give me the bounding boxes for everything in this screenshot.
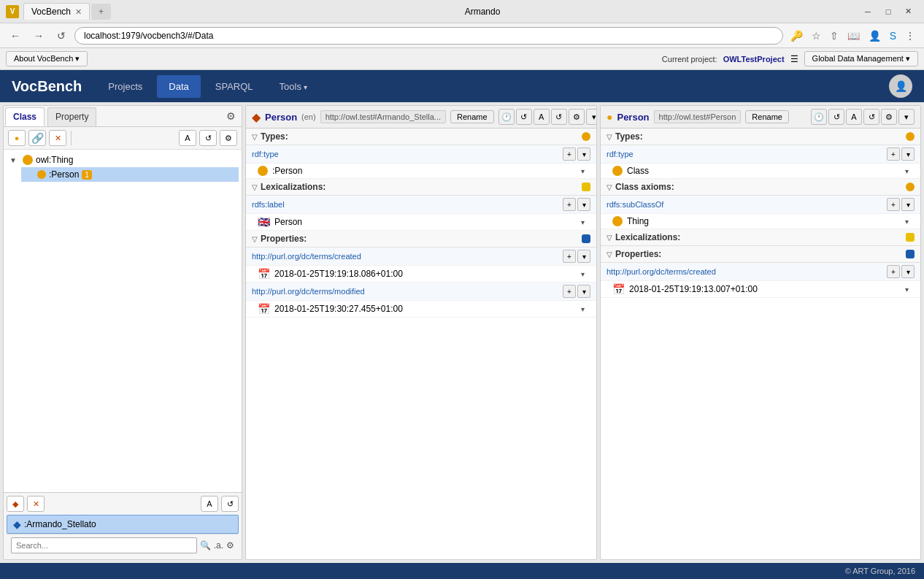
- dc-created-text-right: 2018-01-25T19:19:13.007+01:00: [629, 284, 905, 294]
- types-toggle-right: ▽: [607, 133, 612, 141]
- info-icon-middle[interactable]: ↺: [516, 109, 532, 125]
- about-vocbench-button[interactable]: About VocBench ▾: [6, 51, 88, 66]
- font-icon-right[interactable]: A: [846, 109, 862, 125]
- types-title-middle: Types:: [261, 131, 579, 142]
- search-button[interactable]: 🔍: [200, 540, 211, 551]
- history-icon-right[interactable]: 🕐: [811, 109, 827, 125]
- font-icon-middle[interactable]: A: [534, 109, 550, 125]
- nav-item-projects[interactable]: Projects: [96, 75, 154, 98]
- add-class-button[interactable]: ●: [8, 130, 26, 146]
- back-button[interactable]: ←: [6, 28, 25, 44]
- props-section-header-right[interactable]: ▽ Properties:: [601, 246, 920, 263]
- new-tab-button[interactable]: +: [91, 4, 111, 20]
- dc-created-drop-right[interactable]: ▾: [901, 265, 915, 278]
- window-close-button[interactable]: ✕: [899, 4, 918, 20]
- rename-button-middle[interactable]: Rename: [450, 110, 494, 123]
- types-section-header-middle[interactable]: ▽ Types:: [246, 129, 596, 145]
- tab-close-icon[interactable]: ✕: [75, 7, 82, 17]
- types-section-header-right[interactable]: ▽ Types:: [601, 129, 920, 145]
- classaxioms-section-header-right[interactable]: ▽ Class axioms:: [601, 179, 920, 196]
- address-input[interactable]: [74, 27, 783, 45]
- add-dc-created-btn-right[interactable]: +: [887, 265, 900, 278]
- refresh-icon-right[interactable]: ↺: [863, 109, 879, 125]
- type-class-drop-right[interactable]: ▾: [905, 167, 909, 175]
- dc-created-value-drop-middle[interactable]: ▾: [581, 270, 585, 278]
- add-subclassof-button-right[interactable]: +: [887, 198, 900, 211]
- type-dropdown-right[interactable]: ▾: [901, 147, 915, 161]
- browser-tab[interactable]: VocBench ✕: [23, 3, 90, 20]
- lex-dropdown-middle[interactable]: ▾: [577, 198, 590, 211]
- settings-btn[interactable]: ⚙: [220, 130, 237, 146]
- type-person-drop-middle[interactable]: ▾: [581, 167, 585, 175]
- type-class-icon-right: [612, 166, 623, 176]
- add-dc-created-btn-middle[interactable]: +: [563, 250, 576, 263]
- tree-item-owlthing[interactable]: ▼ owl:Thing: [7, 153, 239, 167]
- add-subclass-button[interactable]: 🔗: [28, 130, 46, 146]
- history-icon-middle[interactable]: 🕐: [498, 109, 515, 125]
- props-section-header-middle[interactable]: ▽ Properties:: [246, 231, 596, 248]
- instance-item-armando[interactable]: ◆ :Armando_Stellato: [7, 515, 239, 534]
- forward-button[interactable]: →: [29, 28, 48, 44]
- font-btn[interactable]: A: [179, 130, 196, 146]
- dc-modified-drop-middle[interactable]: ▾: [577, 285, 590, 298]
- add-dc-modified-btn-middle[interactable]: +: [563, 285, 576, 298]
- tree-item-person[interactable]: :Person 1: [21, 167, 239, 182]
- rename-button-right[interactable]: Rename: [745, 110, 789, 123]
- footer: © ART Group, 2016: [0, 563, 924, 579]
- add-type-button-middle[interactable]: +: [563, 147, 576, 161]
- add-lex-button-middle[interactable]: +: [563, 198, 576, 211]
- nav-item-sparql[interactable]: SPARQL: [204, 75, 265, 98]
- lex-section-header-middle[interactable]: ▽ Lexicalizations:: [246, 179, 596, 196]
- subclassof-dropdown-right[interactable]: ▾: [901, 198, 915, 211]
- delete-class-button[interactable]: ✕: [49, 130, 66, 146]
- info-icon-right[interactable]: ↺: [828, 109, 844, 125]
- search-input[interactable]: [11, 537, 197, 553]
- lex-person-drop-middle[interactable]: ▾: [581, 218, 585, 226]
- nav-item-data[interactable]: Data: [157, 75, 200, 98]
- panel-tabs: Class Property ⚙: [4, 106, 242, 127]
- props-body-right: http://purl.org/dc/terms/created + ▾ 📅 2…: [601, 263, 920, 298]
- panel-gear-icon[interactable]: ⚙: [220, 107, 242, 125]
- global-data-management-button[interactable]: Global Data Management ▾: [804, 51, 918, 66]
- tree-toggle-owlthing[interactable]: ▼: [9, 156, 20, 164]
- classaxioms-title-right: Class axioms:: [615, 182, 903, 192]
- rdfs-label-label-middle: rdfs:label: [252, 200, 563, 209]
- delete-instance-button[interactable]: ✕: [27, 496, 45, 512]
- thing-drop-right[interactable]: ▾: [905, 218, 909, 226]
- lex-section-header-right[interactable]: ▽ Lexicalizations:: [601, 229, 920, 246]
- props-toggle-right: ▽: [607, 250, 612, 258]
- dropdown-icon-middle[interactable]: ▾: [586, 109, 597, 125]
- instance-font-btn[interactable]: A: [201, 496, 218, 512]
- types-dot-right: [906, 132, 915, 141]
- class-tree-toolbar: ● 🔗 ✕ A ↺ ⚙: [4, 127, 242, 150]
- dc-created-value-drop-right[interactable]: ▾: [905, 285, 909, 294]
- minimize-button[interactable]: ─: [858, 4, 877, 20]
- maximize-button[interactable]: □: [879, 4, 898, 20]
- dc-modified-value-drop-middle[interactable]: ▾: [581, 305, 585, 313]
- address-bar: ← → ↺ 🔑 ☆ ⇧ 📖 👤 S ⋮: [0, 23, 924, 48]
- search-settings-button[interactable]: ⚙: [226, 540, 234, 551]
- rdfs-subclassof-label-right: rdfs:subClassOf: [607, 200, 887, 209]
- type-dropdown-middle[interactable]: ▾: [577, 147, 590, 161]
- nav-item-tools[interactable]: Tools: [268, 75, 319, 98]
- add-instance-button[interactable]: ◆: [7, 496, 24, 512]
- menu-icon[interactable]: ⋮: [902, 28, 918, 43]
- types-toggle-middle: ▽: [252, 133, 258, 141]
- types-body-right: rdf:type + ▾ Class ▾: [601, 145, 920, 179]
- tab-property[interactable]: Property: [47, 107, 96, 126]
- refresh-btn[interactable]: ↺: [199, 130, 217, 146]
- settings-icon-right[interactable]: ⚙: [881, 109, 897, 125]
- rdf-type-row-right: rdf:type + ▾: [601, 145, 920, 164]
- search-filter-button[interactable]: .a.: [214, 540, 223, 551]
- reload-button[interactable]: ↺: [53, 28, 70, 44]
- tab-class[interactable]: Class: [5, 107, 45, 126]
- star-icon[interactable]: ☆: [809, 28, 824, 43]
- add-type-button-right[interactable]: +: [887, 147, 900, 161]
- dropdown-icon-right[interactable]: ▾: [898, 109, 915, 125]
- dc-created-drop-middle[interactable]: ▾: [577, 250, 590, 263]
- settings-icon-middle[interactable]: ⚙: [569, 109, 585, 125]
- calendar-icon-modified-middle: 📅: [258, 303, 270, 315]
- thing-value-right: Thing ▾: [601, 214, 920, 229]
- refresh-icon-middle[interactable]: ↺: [551, 109, 567, 125]
- instance-refresh-btn[interactable]: ↺: [221, 496, 239, 512]
